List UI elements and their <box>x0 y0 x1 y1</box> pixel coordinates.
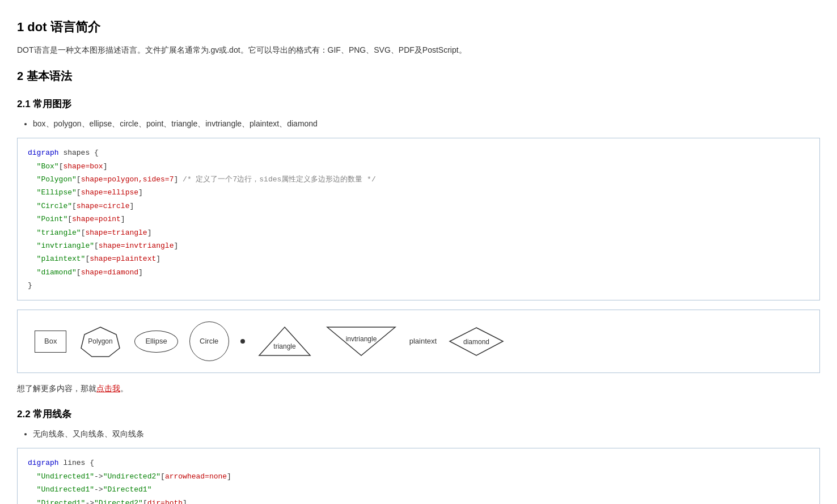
code-block-shapes: digraph shapes { "Box"[shape=box] "Polyg… <box>17 138 820 300</box>
lines-list: 无向线条、又向线条、双向线条 <box>17 427 820 440</box>
shape-triangle: triangle <box>256 324 313 358</box>
shape-diamond: diamond <box>448 326 505 357</box>
svg-text:invtriangle: invtriangle <box>345 335 377 343</box>
title-1: 1 dot 语言简介 <box>17 17 820 37</box>
intro-paragraph: DOT语言是一种文本图形描述语言。文件扩展名通常为.gv或.dot。它可以导出的… <box>17 44 820 56</box>
title-2: 2 基本语法 <box>17 67 820 85</box>
shape-invtriangle: invtriangle <box>324 324 398 358</box>
lines-list-item: 无向线条、又向线条、双向线条 <box>33 427 820 440</box>
shapes-list-item: box、polygon、ellipse、circle、point、triangl… <box>33 117 820 130</box>
shape-point <box>240 339 245 344</box>
svg-text:triangle: triangle <box>273 342 296 350</box>
shape-circle: Circle <box>189 321 229 361</box>
svg-marker-2 <box>259 327 310 355</box>
shape-plaintext: plaintext <box>409 336 437 348</box>
more-link[interactable]: 点击我 <box>96 384 120 393</box>
shape-box: Box <box>35 331 66 353</box>
title-22: 2.2 常用线条 <box>17 406 820 422</box>
svg-text:Polygon: Polygon <box>88 337 113 345</box>
more-link-paragraph: 想了解更多内容，那就点击我。 <box>17 382 820 395</box>
shape-diagram: Box Polygon Ellipse Circle triangle <box>17 310 820 373</box>
title-21: 2.1 常用图形 <box>17 96 820 112</box>
shapes-list: box、polygon、ellipse、circle、point、triangl… <box>17 117 820 130</box>
shape-polygon: Polygon <box>78 324 123 358</box>
page-wrapper: 1 dot 语言简介 DOT语言是一种文本图形描述语言。文件扩展名通常为.gv或… <box>0 0 837 504</box>
svg-text:diamond: diamond <box>463 338 489 346</box>
code-block-lines: digraph lines { "Undirected1"->"Undirect… <box>17 448 820 504</box>
shape-ellipse: Ellipse <box>134 331 177 353</box>
